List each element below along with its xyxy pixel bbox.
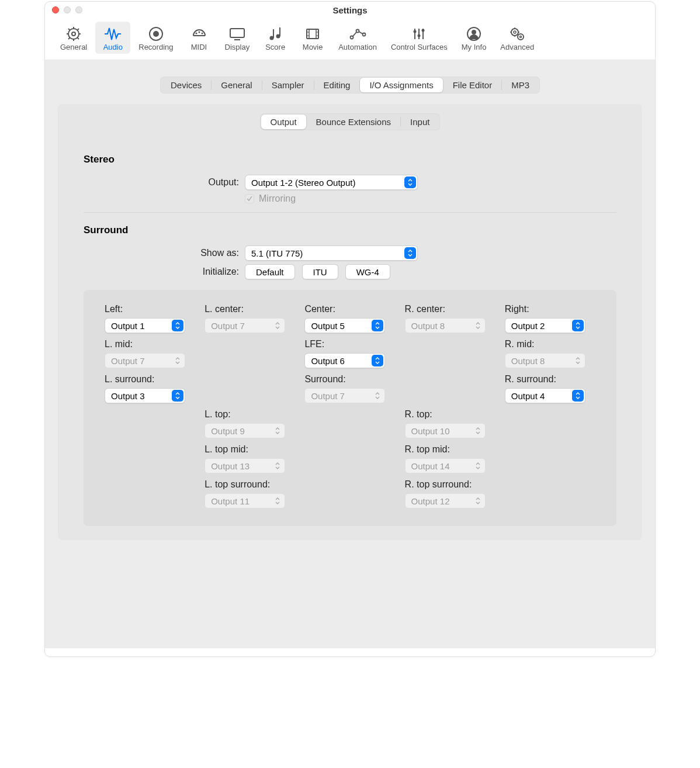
tab-sampler[interactable]: Sampler (262, 78, 314, 92)
channel-select[interactable]: Output 3 (105, 388, 185, 403)
init-default-button[interactable]: Default (245, 264, 295, 279)
automation-icon (349, 25, 366, 43)
control-surfaces-icon (411, 25, 427, 43)
stereo-output-value: Output 1-2 (Stereo Output) (251, 178, 355, 188)
svg-point-11 (153, 31, 159, 37)
toolbar-label: General (60, 43, 87, 51)
channel-select: Output 7 (304, 388, 385, 403)
channel-lfe: LFE:Output 6 (304, 339, 395, 368)
select-arrow-icon (372, 390, 383, 402)
svg-rect-16 (230, 29, 244, 37)
channel-select[interactable]: Output 4 (505, 388, 585, 403)
select-arrow-icon (472, 495, 484, 507)
channel-select[interactable]: Output 6 (304, 353, 385, 368)
channel-label: R. top mid: (405, 444, 495, 455)
toolbar-display[interactable]: Display (219, 22, 256, 54)
channel-value: Output 1 (111, 321, 145, 331)
channel-l-surround: L. surround:Output 3 (105, 374, 195, 403)
toolbar-score[interactable]: Score (258, 22, 293, 54)
channel-select[interactable]: Output 5 (304, 318, 385, 333)
svg-line-9 (68, 37, 70, 39)
init-itu-button[interactable]: ITU (302, 264, 338, 279)
toolbar-advanced[interactable]: Advanced (494, 22, 540, 54)
toolbar-my-info[interactable]: My Info (456, 22, 493, 54)
select-arrow-icon (272, 425, 283, 437)
svg-point-14 (198, 32, 200, 33)
tab-input[interactable]: Input (401, 115, 439, 129)
my-info-icon (466, 25, 481, 43)
init-wg-4-button[interactable]: WG-4 (345, 264, 390, 279)
channel-select: Output 8 (405, 318, 486, 333)
svg-line-32 (353, 32, 356, 36)
toolbar-label: Automation (338, 43, 377, 51)
select-arrow-icon (472, 320, 484, 331)
tab-i-o-assignments[interactable]: I/O Assignments (360, 78, 442, 92)
channel-r-top: R. top:Output 10 (405, 409, 495, 438)
toolbar-control-surfaces[interactable]: Control Surfaces (385, 22, 453, 54)
tab-file-editor[interactable]: File Editor (443, 78, 502, 92)
toolbar-automation[interactable]: Automation (332, 22, 383, 54)
channel-select[interactable]: Output 2 (505, 318, 585, 333)
initialize-buttons: DefaultITUWG-4 (245, 264, 397, 279)
tab-devices[interactable]: Devices (161, 78, 211, 92)
tab-mp3[interactable]: MP3 (502, 78, 539, 92)
tab-output[interactable]: Output (261, 115, 306, 129)
tab-general[interactable]: General (212, 78, 261, 92)
display-icon (229, 25, 245, 43)
channel-select: Output 7 (205, 318, 285, 333)
select-arrow-icon (572, 390, 584, 402)
content-area: DevicesGeneralSamplerEditingI/O Assignme… (45, 60, 655, 648)
show-as-value: 5.1 (ITU 775) (251, 248, 303, 258)
channel-label: L. top: (205, 409, 295, 420)
select-arrow-icon (272, 460, 283, 472)
toolbar-label: Display (225, 43, 250, 51)
select-arrow-icon (372, 320, 383, 331)
recording-icon (148, 25, 164, 43)
channel-label: L. top surround: (205, 479, 295, 490)
channel-r-center: R. center:Output 8 (405, 304, 495, 333)
stereo-heading: Stereo (58, 144, 642, 171)
channel-select: Output 13 (205, 458, 285, 473)
channel-r-top-mid: R. top mid:Output 14 (405, 444, 495, 473)
svg-point-15 (201, 33, 203, 34)
svg-rect-22 (307, 29, 318, 39)
svg-point-44 (518, 34, 524, 40)
channel-select: Output 14 (405, 458, 486, 473)
audio-icon (104, 25, 122, 43)
select-arrow-icon (272, 495, 283, 507)
select-arrow-icon (172, 355, 183, 366)
channel-r-surround: R. surround:Output 4 (505, 374, 595, 403)
channel-value: Output 14 (411, 461, 450, 471)
svg-point-39 (422, 29, 425, 32)
toolbar-general[interactable]: General (54, 22, 93, 54)
channel-select: Output 8 (505, 353, 585, 368)
show-as-select[interactable]: 5.1 (ITU 775) (245, 245, 418, 261)
toolbar-movie[interactable]: Movie (295, 22, 330, 54)
score-icon (268, 25, 283, 43)
select-arrow-icon (472, 425, 484, 437)
select-arrow-icon (372, 355, 383, 366)
channel-select[interactable]: Output 1 (105, 318, 185, 333)
svg-point-37 (414, 30, 417, 33)
channel-value: Output 7 (211, 321, 245, 331)
toolbar-midi[interactable]: MIDI (182, 22, 217, 54)
select-arrow-icon (272, 320, 283, 331)
tab-editing[interactable]: Editing (314, 78, 360, 92)
io-assignments-panel: OutputBounce ExtensionsInput Stereo Outp… (58, 104, 642, 540)
surround-heading: Surround (58, 215, 642, 242)
channel-select: Output 10 (405, 423, 486, 438)
channel-l-center: L. center:Output 7 (205, 304, 295, 333)
stereo-output-select[interactable]: Output 1-2 (Stereo Output) (245, 175, 418, 190)
svg-point-1 (72, 32, 75, 36)
svg-line-33 (359, 32, 363, 34)
toolbar-audio[interactable]: Audio (95, 22, 130, 54)
channel-value: Output 13 (211, 461, 249, 471)
select-arrow-icon (404, 177, 416, 188)
channel-surround: Surround:Output 7 (304, 374, 395, 403)
toolbar-recording[interactable]: Recording (133, 22, 179, 54)
channel-value: Output 7 (311, 391, 345, 401)
channel-label: L. mid: (105, 339, 195, 350)
tab-bounce-extensions[interactable]: Bounce Extensions (307, 115, 400, 129)
select-arrow-icon (572, 355, 584, 366)
channel-value: Output 11 (211, 496, 249, 506)
